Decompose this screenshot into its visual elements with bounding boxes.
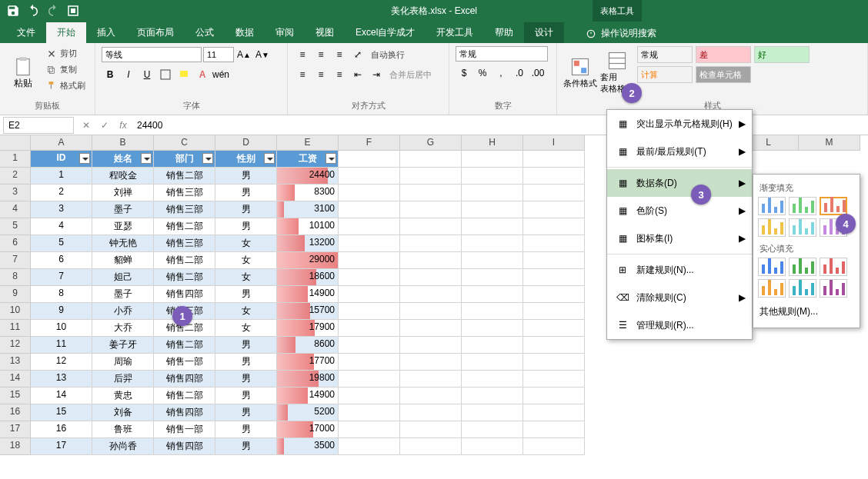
cell[interactable]: 7: [31, 269, 92, 286]
fill-color-button[interactable]: [175, 66, 192, 83]
cell[interactable]: 妲己: [92, 269, 154, 286]
row-header[interactable]: 8: [0, 269, 31, 286]
databar-swatch[interactable]: [820, 279, 847, 298]
cell[interactable]: 销售二部: [154, 337, 215, 354]
cell[interactable]: 销售三部: [154, 185, 215, 201]
cut-button[interactable]: 剪切: [43, 46, 88, 61]
cell[interactable]: 男: [215, 404, 277, 421]
decrease-font-icon[interactable]: A▼: [254, 46, 271, 63]
cell-databar[interactable]: 18600: [277, 269, 339, 286]
cell[interactable]: 亚瑟: [92, 218, 154, 235]
cell[interactable]: 2: [31, 185, 92, 201]
indent-dec-icon[interactable]: ⇤: [349, 66, 366, 83]
select-all-corner[interactable]: [0, 135, 31, 151]
cell[interactable]: 8: [31, 286, 92, 303]
increase-decimal-icon[interactable]: .0: [511, 65, 528, 81]
row-header[interactable]: 1: [0, 151, 31, 168]
menu-new-rule[interactable]: ⊞新建规则(N)...: [607, 256, 752, 284]
col-header[interactable]: F: [339, 135, 400, 151]
cell[interactable]: 钟无艳: [92, 235, 154, 252]
cell[interactable]: 销售三部: [154, 201, 215, 218]
align-bottom-icon[interactable]: ≡: [331, 46, 348, 63]
cell[interactable]: 1: [31, 168, 92, 185]
table-header[interactable]: 姓名: [92, 151, 154, 168]
tab-view[interactable]: 视图: [305, 22, 345, 43]
comma-format-icon[interactable]: ,: [492, 65, 509, 81]
tab-developer[interactable]: 开发工具: [426, 22, 484, 43]
cell[interactable]: 14: [31, 388, 92, 404]
cell[interactable]: 刘备: [92, 404, 154, 421]
cell[interactable]: 姜子牙: [92, 337, 154, 354]
cell-databar[interactable]: 17000: [277, 421, 339, 438]
col-header[interactable]: H: [462, 135, 523, 151]
format-painter-button[interactable]: 格式刷: [43, 78, 88, 93]
customize-icon[interactable]: [66, 4, 80, 18]
decrease-decimal-icon[interactable]: .00: [529, 65, 546, 81]
cell[interactable]: 男: [215, 218, 277, 235]
save-icon[interactable]: [6, 4, 20, 18]
tab-help[interactable]: 帮助: [484, 22, 524, 43]
cell[interactable]: 销售二部: [154, 252, 215, 269]
align-center-icon[interactable]: ≡: [312, 66, 329, 83]
cell[interactable]: 刘禅: [92, 185, 154, 201]
databar-swatch[interactable]: [820, 197, 847, 215]
menu-highlight-rules[interactable]: ▦突出显示单元格规则(H)▶: [607, 110, 752, 138]
border-button[interactable]: [157, 66, 174, 83]
cell[interactable]: 男: [215, 168, 277, 185]
cell[interactable]: 黄忠: [92, 388, 154, 404]
cell[interactable]: 销售一部: [154, 421, 215, 438]
cell[interactable]: 周瑜: [92, 354, 154, 371]
cell[interactable]: 销售四部: [154, 286, 215, 303]
conditional-formatting-button[interactable]: 条件格式: [563, 46, 597, 98]
underline-button[interactable]: U: [139, 66, 155, 83]
cell[interactable]: 10: [31, 320, 92, 337]
cell-style-calc[interactable]: 计算: [637, 66, 693, 83]
databar-swatch[interactable]: [789, 279, 816, 298]
tab-file[interactable]: 文件: [6, 22, 46, 43]
row-header[interactable]: 11: [0, 320, 31, 337]
cell[interactable]: 男: [215, 337, 277, 354]
cell[interactable]: 销售三部: [154, 235, 215, 252]
cell[interactable]: 11: [31, 337, 92, 354]
tab-insert[interactable]: 插入: [86, 22, 126, 43]
bold-button[interactable]: B: [102, 66, 119, 83]
cell[interactable]: 男: [215, 286, 277, 303]
row-header[interactable]: 13: [0, 354, 31, 371]
tab-review[interactable]: 审阅: [265, 22, 305, 43]
align-left-icon[interactable]: ≡: [294, 66, 311, 83]
cell[interactable]: 销售四部: [154, 404, 215, 421]
cell[interactable]: 墨子: [92, 286, 154, 303]
increase-font-icon[interactable]: A▲: [235, 46, 252, 63]
table-header[interactable]: ID: [31, 151, 92, 168]
tell-me[interactable]: 操作说明搜索: [579, 24, 663, 43]
col-header[interactable]: I: [523, 135, 585, 151]
col-header[interactable]: A: [31, 135, 92, 151]
wrap-text-button[interactable]: 自动换行: [368, 48, 408, 62]
cell[interactable]: 5: [31, 235, 92, 252]
table-header[interactable]: 工资: [277, 151, 339, 168]
cell[interactable]: 女: [215, 269, 277, 286]
cell[interactable]: 程咬金: [92, 168, 154, 185]
enter-icon[interactable]: ✓: [95, 120, 114, 131]
databar-swatch[interactable]: [820, 258, 847, 276]
cell[interactable]: 男: [215, 354, 277, 371]
databar-swatch[interactable]: [789, 197, 816, 215]
align-right-icon[interactable]: ≡: [331, 66, 348, 83]
cell[interactable]: 销售二部: [154, 269, 215, 286]
font-name-select[interactable]: [102, 47, 202, 62]
cell[interactable]: 男: [215, 185, 277, 201]
cell[interactable]: 12: [31, 354, 92, 371]
table-header[interactable]: 性别: [215, 151, 277, 168]
filter-dropdown-icon[interactable]: [326, 153, 336, 164]
tab-layout[interactable]: 页面布局: [126, 22, 185, 43]
cell[interactable]: 销售一部: [154, 354, 215, 371]
cell-databar[interactable]: 3100: [277, 201, 339, 218]
cell-databar[interactable]: 10100: [277, 218, 339, 235]
undo-icon[interactable]: [26, 4, 40, 18]
cell[interactable]: 3: [31, 201, 92, 218]
font-size-select[interactable]: [203, 47, 234, 62]
cell[interactable]: 男: [215, 201, 277, 218]
merge-center-button[interactable]: 合并后居中: [386, 68, 435, 82]
menu-data-bars[interactable]: ▦数据条(D)▶: [607, 169, 752, 197]
databar-swatch[interactable]: [758, 218, 786, 237]
